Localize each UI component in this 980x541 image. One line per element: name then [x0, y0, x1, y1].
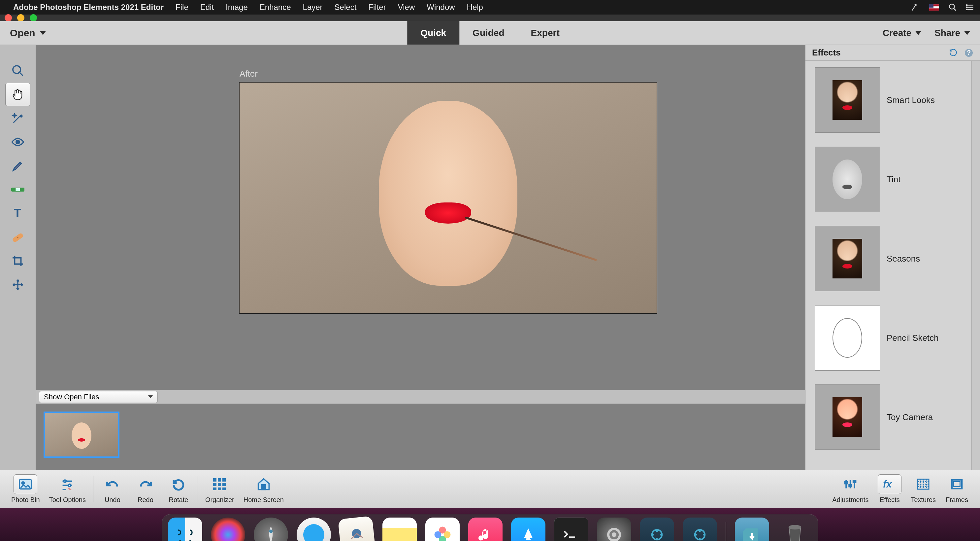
- crop-tool[interactable]: [5, 249, 30, 273]
- dock-notes[interactable]: [382, 517, 417, 541]
- menu-edit[interactable]: Edit: [200, 3, 214, 11]
- photo-bin-dropdown[interactable]: Show Open Files: [39, 391, 158, 403]
- effects-panel: Effects ? Smart LooksTintSeasonsPencil S…: [805, 45, 980, 470]
- svg-point-50: [434, 531, 442, 538]
- spot-heal-tool[interactable]: [5, 226, 30, 249]
- effects-scrollbar[interactable]: [971, 61, 980, 470]
- window-zoom-button[interactable]: [30, 14, 37, 21]
- photo-bin-button[interactable]: Photo Bin: [11, 474, 40, 504]
- svg-rect-4: [929, 9, 939, 9]
- quick-select-tool[interactable]: [5, 107, 30, 130]
- redo-icon: [138, 478, 153, 490]
- share-button[interactable]: Share: [934, 28, 970, 38]
- svg-point-11: [16, 140, 20, 144]
- tray-flag-icon[interactable]: [929, 4, 939, 11]
- create-button[interactable]: Create: [883, 28, 921, 38]
- photo-bin-thumbnail[interactable]: [43, 412, 119, 458]
- menu-enhance[interactable]: Enhance: [260, 3, 291, 11]
- menu-help[interactable]: Help: [467, 3, 483, 11]
- app-title[interactable]: Adobe Photoshop Elements 2021 Editor: [13, 3, 164, 12]
- tray-menu-icon[interactable]: [966, 3, 975, 11]
- redo-button[interactable]: Redo: [134, 474, 158, 504]
- dock-launchpad[interactable]: [254, 517, 288, 541]
- move-tool[interactable]: [5, 273, 30, 296]
- whiten-teeth-tool[interactable]: [5, 154, 30, 177]
- app-header: Open Quick Guided Expert Create Share: [0, 21, 980, 45]
- task-label: Home Screen: [243, 496, 284, 504]
- effect-item[interactable]: Toy Camera: [815, 385, 971, 450]
- task-label: Adjustments: [832, 496, 869, 504]
- straighten-tool[interactable]: [5, 178, 30, 201]
- menu-image[interactable]: Image: [226, 3, 248, 11]
- mail-icon: [344, 522, 369, 541]
- menu-select[interactable]: Select: [334, 3, 357, 11]
- textures-button[interactable]: Textures: [911, 474, 936, 504]
- reset-icon[interactable]: [948, 48, 958, 57]
- safari-icon: [301, 522, 327, 541]
- window-titlebar: [0, 14, 980, 21]
- dock-siri[interactable]: [211, 517, 245, 541]
- svg-rect-5: [929, 4, 934, 8]
- hand-icon: [11, 88, 25, 101]
- svg-point-55: [789, 525, 802, 530]
- dock-finder[interactable]: [168, 517, 202, 541]
- help-icon[interactable]: ?: [964, 48, 974, 57]
- rotate-button[interactable]: Rotate: [167, 474, 190, 504]
- home-icon: [256, 477, 271, 491]
- document-image[interactable]: [239, 82, 657, 314]
- pse-editor-icon: [690, 525, 710, 541]
- effect-thumbnail: [815, 385, 880, 450]
- tab-quick[interactable]: Quick: [407, 21, 459, 45]
- tool-options-button[interactable]: Tool Options: [49, 474, 86, 504]
- dock-app-store[interactable]: [511, 517, 546, 541]
- dock-terminal[interactable]: [554, 517, 588, 541]
- open-button[interactable]: Open: [0, 21, 56, 45]
- dock-photos[interactable]: [425, 517, 460, 541]
- dock-trash[interactable]: [778, 517, 812, 541]
- menu-layer[interactable]: Layer: [303, 3, 323, 11]
- svg-rect-38: [850, 485, 852, 487]
- adjustments-button[interactable]: Adjustments: [832, 474, 869, 504]
- window-close-button[interactable]: [5, 14, 12, 21]
- menu-window[interactable]: Window: [426, 3, 455, 11]
- task-label: Frames: [946, 496, 968, 504]
- effect-item[interactable]: Seasons: [815, 226, 971, 291]
- hand-tool[interactable]: [5, 83, 30, 106]
- dock-music[interactable]: [468, 517, 503, 541]
- home-screen-button[interactable]: Home Screen: [243, 474, 284, 504]
- zoom-tool[interactable]: [5, 59, 30, 82]
- system-preferences-icon: [603, 523, 625, 541]
- effect-item[interactable]: Smart Looks: [815, 67, 971, 133]
- dock-pse-editor[interactable]: [683, 517, 717, 541]
- type-tool[interactable]: T: [5, 202, 30, 225]
- text-icon: T: [12, 207, 24, 219]
- tray-share-icon[interactable]: [911, 3, 920, 12]
- effects-button[interactable]: fxEffects: [878, 474, 902, 504]
- dock-downloads[interactable]: [735, 517, 769, 541]
- toolbox: +T: [0, 45, 36, 470]
- dock-mail[interactable]: [338, 516, 375, 541]
- undo-button[interactable]: Undo: [101, 474, 124, 504]
- macos-dock: [162, 514, 818, 541]
- eye-tool[interactable]: +: [5, 131, 30, 153]
- dock-system-preferences[interactable]: [597, 517, 631, 541]
- tab-expert[interactable]: Expert: [518, 21, 573, 45]
- chevron-down-icon: [964, 31, 970, 35]
- dock-pse-organizer[interactable]: [640, 517, 674, 541]
- effects-list[interactable]: Smart LooksTintSeasonsPencil SketchToy C…: [805, 61, 971, 470]
- tray-search-icon[interactable]: [948, 3, 957, 11]
- trash-icon: [783, 520, 807, 541]
- menu-file[interactable]: File: [175, 3, 188, 11]
- effect-item[interactable]: Tint: [815, 147, 971, 212]
- menu-view[interactable]: View: [398, 3, 415, 11]
- svg-rect-14: [16, 188, 20, 191]
- tab-guided[interactable]: Guided: [459, 21, 517, 45]
- window-minimize-button[interactable]: [17, 14, 24, 21]
- effect-item[interactable]: Pencil Sketch: [815, 305, 971, 370]
- app-taskbar: Photo BinTool OptionsUndoRedoRotateOrgan…: [0, 470, 980, 508]
- organizer-button[interactable]: Organizer: [205, 474, 234, 504]
- dock-safari[interactable]: [297, 517, 331, 541]
- frames-button[interactable]: Frames: [945, 474, 969, 504]
- menu-filter[interactable]: Filter: [368, 3, 386, 11]
- downloads-icon: [740, 525, 764, 541]
